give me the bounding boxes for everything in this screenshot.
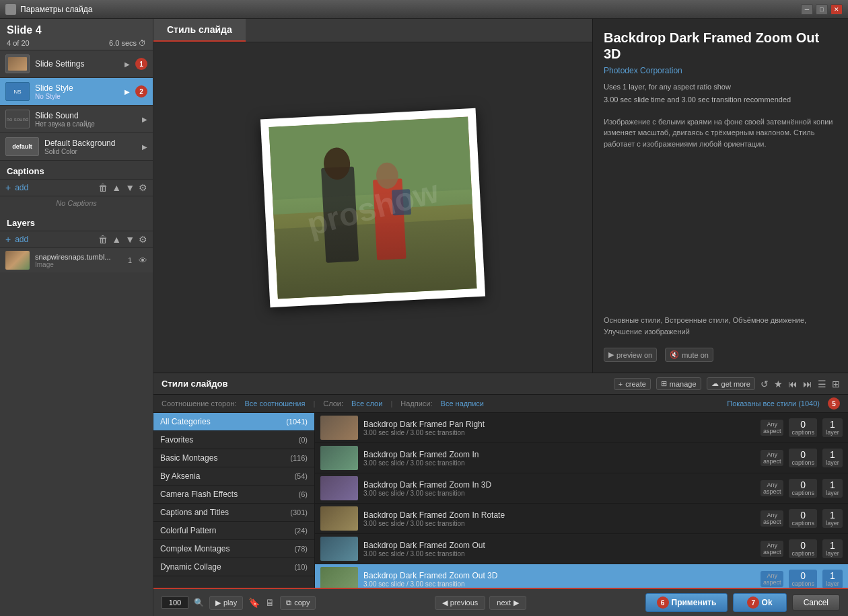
category-basic-montages[interactable]: Basic Montages (116) (153, 449, 314, 467)
slide-style-row[interactable]: NS Slide Style No Style ▶ 2 (0, 78, 153, 106)
grid-icon: ⊞ (661, 379, 667, 388)
style-thumb-5 (320, 537, 358, 561)
preview-section: Стиль слайда (153, 19, 592, 373)
tool-next-icon[interactable]: ⏭ (803, 379, 812, 389)
category-camera-flash[interactable]: Camera Flash Effects (6) (153, 486, 314, 504)
styles-panel: Стили слайдов + create ⊞ manage ☁ get mo… (153, 373, 848, 616)
category-colorful-pattern[interactable]: Colorful Pattern (24) (153, 522, 314, 540)
aspect-filter[interactable]: Все соотношения (244, 399, 305, 408)
create-button[interactable]: + create (614, 378, 651, 390)
close-button[interactable]: ✕ (831, 4, 843, 15)
clock-icon: ⏱ (139, 39, 146, 47)
move-layer-down-button[interactable]: ▼ (125, 234, 135, 245)
cancel-button[interactable]: Cancel (792, 594, 840, 611)
add-caption-button[interactable]: add (15, 183, 28, 192)
category-complex-montages[interactable]: Complex Montages (78) (153, 540, 314, 558)
slide-settings-row[interactable]: Slide Settings ▶ 1 (0, 50, 153, 78)
move-layer-up-button[interactable]: ▲ (112, 234, 121, 245)
next-button[interactable]: next ▶ (489, 596, 526, 610)
zoom-input[interactable] (162, 596, 188, 609)
mute-on-button[interactable]: 🔇 mute on (665, 348, 713, 362)
caption-filter[interactable]: Все надписи (441, 399, 484, 408)
tool-star-icon[interactable]: ★ (774, 379, 783, 389)
layer-settings-button[interactable]: ⚙ (139, 234, 147, 245)
svg-rect-5 (321, 166, 359, 262)
tool-grid2-icon[interactable]: ⊞ (832, 379, 840, 389)
delete-caption-button[interactable]: 🗑 (98, 182, 108, 193)
svg-point-8 (376, 161, 399, 189)
slide-style-sub: No Style (35, 93, 119, 100)
slide-sound-label: Slide Sound (35, 111, 137, 120)
category-captions-titles[interactable]: Captions and Titles (301) (153, 504, 314, 522)
tool-prev-icon[interactable]: ⏮ (788, 379, 798, 389)
add-layer-button[interactable]: add (15, 235, 28, 244)
style-captions-4: 0captions (789, 509, 817, 528)
layer-item[interactable]: snapwiresnaps.tumbl... Image 1 👁 (0, 248, 153, 272)
style-item-3[interactable]: Backdrop Dark Framed Zoom In 3D 3.00 sec… (315, 473, 848, 504)
style-aspect-4: Anyaspect (761, 510, 784, 527)
minimize-button[interactable]: ─ (801, 4, 813, 15)
slide-settings-label: Slide Settings (35, 59, 119, 69)
footer-left: 🔍 ▶ play 🔖 🖥 ⧉ copy (162, 596, 316, 610)
get-more-button[interactable]: ☁ get more (707, 377, 755, 390)
style-tab[interactable]: Стиль слайда (153, 19, 246, 42)
copy-button[interactable]: ⧉ copy (280, 596, 316, 610)
tool-list-icon[interactable]: ☰ (818, 379, 826, 389)
layers-title: Layers (7, 218, 35, 228)
style-item-5[interactable]: Backdrop Dark Framed Zoom Out 3.00 sec s… (315, 534, 848, 564)
eye-icon[interactable]: 👁 (139, 256, 147, 266)
style-aspect-2: Anyaspect (761, 450, 784, 466)
arrow-right-icon: ▶ (514, 599, 519, 607)
styles-panel-tools: + create ⊞ manage ☁ get more ↺ ★ ⏮ ⏭ (614, 377, 840, 390)
style-item-6[interactable]: Backdrop Dark Framed Zoom Out 3D 3.00 se… (315, 564, 848, 588)
style-layers-3: 1layer (822, 479, 843, 498)
apply-button[interactable]: 6 Применить (645, 593, 728, 612)
category-by-aksenia[interactable]: By Aksenia (54) (153, 467, 314, 486)
style-company: Photodex Corporation (604, 66, 837, 75)
layer-filter[interactable]: Все слои (351, 399, 382, 408)
play-button[interactable]: ▶ play (209, 596, 243, 610)
preview-on-button[interactable]: ▶ preview on (604, 348, 657, 362)
ok-button[interactable]: 7 Ok (733, 593, 786, 612)
category-dynamic-collage[interactable]: Dynamic Collage (10) (153, 558, 314, 576)
preview-controls: ▶ preview on 🔇 mute on (604, 348, 837, 362)
move-caption-up-button[interactable]: ▲ (112, 182, 121, 193)
info-panel: Backdrop Dark Framed Zoom Out 3D Photode… (592, 19, 848, 373)
caption-settings-button[interactable]: ⚙ (139, 182, 147, 193)
layer-thumbnail (5, 251, 30, 270)
chevron-right-icon-4: ▶ (142, 143, 147, 151)
category-all[interactable]: All Categories (1041) (153, 413, 314, 431)
mute-icon: 🔇 (670, 350, 679, 359)
tab-bar: Стиль слайда (153, 19, 592, 42)
category-favorites[interactable]: Favorites (0) (153, 431, 314, 449)
slide-sound-row[interactable]: no sound Slide Sound Нет звука в слайде … (0, 106, 153, 133)
style-thumb-6 (320, 567, 358, 588)
previous-button[interactable]: ◀ previous (435, 596, 486, 610)
slide-meta: 4 of 20 6.0 secs ⏱ (7, 39, 146, 47)
app-icon (5, 4, 16, 15)
style-item-1[interactable]: Backdrop Dark Framed Pan Right 3.00 sec … (315, 413, 848, 443)
maximize-button[interactable]: □ (816, 4, 828, 15)
style-item-2[interactable]: Backdrop Dark Framed Zoom In 3.00 sec sl… (315, 443, 848, 473)
slide-image (269, 116, 477, 299)
window-title: Параметры слайда (20, 5, 801, 14)
style-info-title: Backdrop Dark Framed Zoom Out 3D (604, 30, 837, 62)
default-bg-row[interactable]: default Default Background Solid Color ▶ (0, 133, 153, 161)
manage-button[interactable]: ⊞ manage (656, 377, 701, 390)
move-caption-down-button[interactable]: ▼ (125, 182, 135, 193)
styles-panel-title: Стили слайдов (162, 379, 228, 389)
cloud-icon: ☁ (711, 379, 719, 388)
style-thumb-2 (320, 446, 358, 470)
delete-layer-button[interactable]: 🗑 (98, 234, 108, 245)
style-item-4[interactable]: Backdrop Dark Framed Zoom In Rotate 3.00… (315, 504, 848, 534)
main-container: Slide 4 4 of 20 6.0 secs ⏱ Slide Setting… (0, 19, 848, 616)
monitor-icon[interactable]: 🖥 (265, 597, 275, 608)
bookmark-icon[interactable]: 🔖 (248, 597, 260, 608)
slide-sound-sub: Нет звука в слайде (35, 120, 137, 128)
slide-header: Slide 4 4 of 20 6.0 secs ⏱ (0, 19, 153, 50)
preview-area: proshow (153, 42, 592, 373)
caption-label: Надписи: (400, 399, 432, 408)
tool-refresh-icon[interactable]: ↺ (761, 379, 769, 389)
search-icon[interactable]: 🔍 (194, 598, 204, 607)
slide-position: 4 of 20 (7, 39, 30, 47)
